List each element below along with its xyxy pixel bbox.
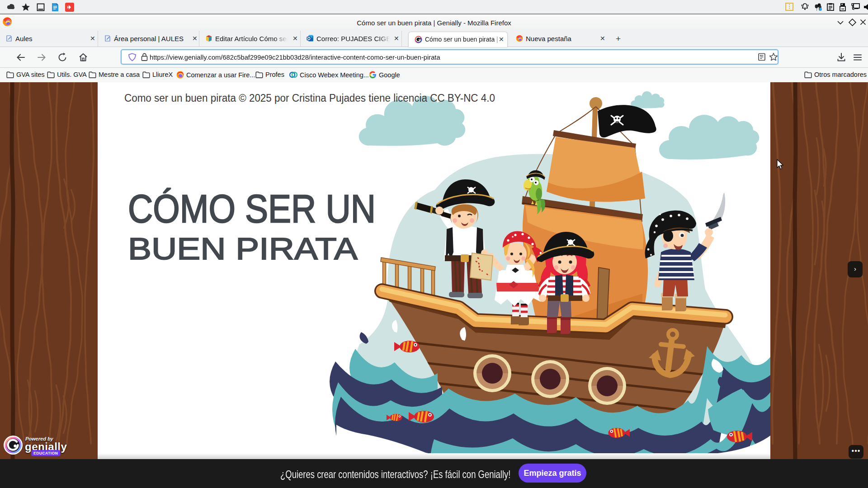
svg-text:BUEN PIRATA: BUEN PIRATA (128, 231, 358, 266)
svg-text:CÓMO SER UN: CÓMO SER UN (128, 186, 376, 231)
svg-text:Como ser un buen pirata © 2025: Como ser un buen pirata © 2025 por Crist… (124, 92, 495, 104)
